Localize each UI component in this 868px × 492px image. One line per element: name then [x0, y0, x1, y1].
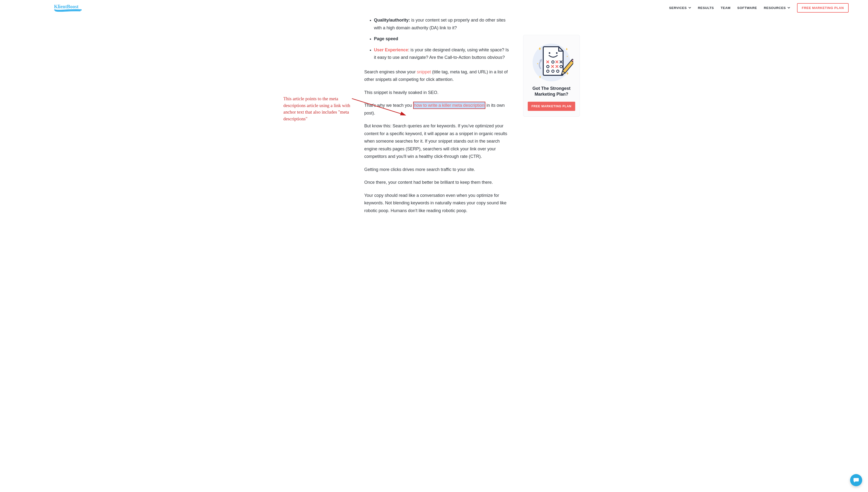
paragraph: That's why we teach you how to write a k… — [364, 102, 510, 117]
main-nav: SERVICES RESULTS TEAM SOFTWARE RESOURCES… — [669, 3, 849, 13]
paragraph: This snippet is heavily soaked in SEO. — [364, 89, 510, 97]
nav-resources-label: RESOURCES — [764, 6, 786, 10]
p1a: Search engines show your — [364, 70, 417, 74]
nav-cta-button[interactable]: FREE MARKETING PLAN — [797, 3, 849, 13]
svg-point-7 — [549, 52, 550, 54]
article-bullet-list: Quality/authority: is your content set u… — [364, 17, 510, 62]
svg-text:KlientBoost: KlientBoost — [54, 4, 78, 9]
sidebar-title: Got The Strongest Marketing Plan? — [528, 85, 575, 97]
snippet-link[interactable]: snippet — [417, 70, 431, 74]
article-body: Quality/authority: is your content set u… — [364, 16, 510, 215]
paragraph: But know this: Search queries are for ke… — [364, 122, 510, 161]
nav-team-label: TEAM — [721, 6, 731, 10]
bullet-page-speed: Page speed — [374, 36, 398, 41]
annotation-note: This article points to the meta descript… — [283, 95, 354, 122]
sidebar-card: Got The Strongest Marketing Plan? FREE M… — [523, 35, 580, 117]
paragraph: Once there, your content had better be b… — [364, 179, 510, 187]
p3a: That's why we teach you — [364, 103, 413, 108]
nav-team[interactable]: TEAM — [721, 6, 731, 10]
list-item: Page speed — [374, 35, 510, 43]
nav-resources[interactable]: RESOURCES — [764, 6, 790, 10]
bullet-quality-bold: Quality/authority: — [374, 18, 410, 23]
playbook-illustration — [530, 40, 573, 83]
chevron-down-icon — [787, 6, 790, 9]
nav-software[interactable]: SOFTWARE — [737, 6, 757, 10]
svg-point-8 — [556, 52, 557, 54]
paragraph: Your copy should read like a conversatio… — [364, 192, 510, 215]
user-experience-link[interactable]: User Experience — [374, 47, 408, 52]
nav-results-label: RESULTS — [698, 6, 714, 10]
nav-results[interactable]: RESULTS — [698, 6, 714, 10]
user-experience-link-text: User Experience — [374, 47, 408, 52]
brand-logo[interactable]: KlientBoost — [54, 3, 82, 12]
nav-services-label: SERVICES — [669, 6, 687, 10]
brand-logo-svg: KlientBoost — [54, 3, 82, 12]
chevron-down-icon — [688, 6, 691, 9]
page: This article points to the meta descript… — [260, 16, 608, 215]
paragraph: Search engines show your snippet (title … — [364, 68, 510, 83]
svg-point-4 — [567, 56, 568, 57]
list-item: Quality/authority: is your content set u… — [374, 17, 510, 32]
sidebar-cta-button[interactable]: FREE MARKETING PLAN — [528, 102, 575, 111]
meta-description-link[interactable]: how to write a killer meta description — [413, 102, 485, 109]
nav-software-label: SOFTWARE — [737, 6, 757, 10]
paragraph: Getting more clicks drives more search t… — [364, 166, 510, 174]
topbar: KlientBoost SERVICES RESULTS TEAM SOFTWA… — [0, 0, 868, 16]
svg-point-5 — [537, 63, 538, 64]
list-item: User Experience: is your site designed c… — [374, 46, 510, 62]
nav-services[interactable]: SERVICES — [669, 6, 691, 10]
